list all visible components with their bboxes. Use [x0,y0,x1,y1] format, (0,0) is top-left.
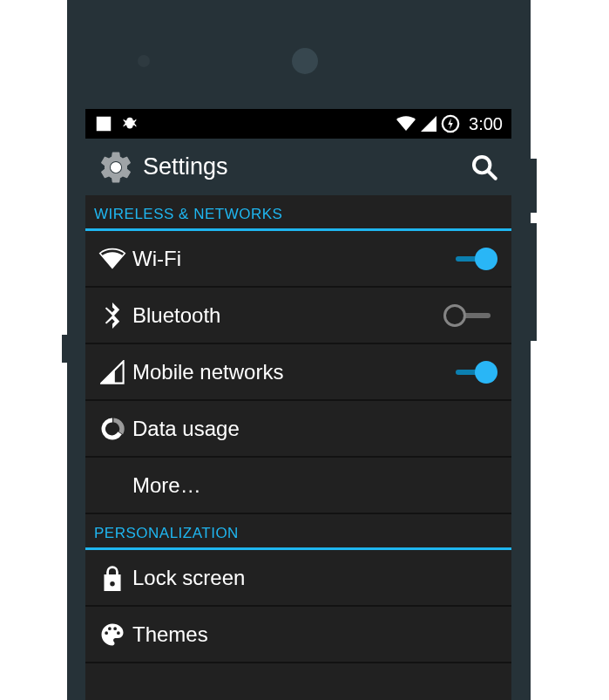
status-clock: 3:00 [469,114,503,134]
device-side-button-left [62,335,67,363]
list-item-mobile-networks[interactable]: Mobile networks [85,344,511,401]
list-item-label: More… [132,473,497,498]
list-personalization: Lock screen Themes [85,550,511,663]
list-item-lock-screen[interactable]: Lock screen [85,550,511,607]
list-item-wifi[interactable]: Wi-Fi [85,231,511,288]
palette-icon [99,622,125,648]
svg-line-2 [488,171,496,179]
list-item-label: Mobile networks [132,360,443,384]
section-header-label: PERSONALIZATION [94,525,239,542]
section-header-personalization: PERSONALIZATION [85,514,511,550]
list-item-label: Lock screen [132,566,497,590]
list-item-label: Data usage [132,417,497,441]
cell-icon [100,360,125,384]
wifi-signal-icon [396,115,416,133]
app-bar: Settings [85,139,511,195]
list-item-label: Bluetooth [132,303,443,328]
section-header-label: WIRELESS & NETWORKS [94,206,282,223]
list-item-label: Wi-Fi [132,247,443,271]
list-item-bluetooth[interactable]: Bluetooth [85,288,511,344]
wifi-icon [98,248,126,270]
bluetooth-icon [102,302,123,329]
mobile-networks-toggle[interactable] [443,361,497,384]
bug-icon [120,114,139,133]
bluetooth-toggle[interactable] [443,304,497,327]
image-icon [94,114,113,133]
list-item-themes[interactable]: Themes [85,607,511,663]
device-camera-dot [138,55,150,67]
list-wireless: Wi-Fi Bluetooth [85,231,511,514]
gear-icon [98,149,134,186]
list-item-more[interactable]: More… [85,458,511,514]
cell-signal-icon [420,115,437,133]
status-bar: 3:00 [85,109,511,139]
list-item-label: Themes [132,622,497,647]
section-header-wireless: WIRELESS & NETWORKS [85,195,511,231]
device-speaker [292,48,318,74]
device-side-button-right-1 [531,159,537,213]
page-title: Settings [143,153,470,180]
power-circle-icon [441,114,460,133]
search-icon[interactable] [470,153,499,182]
device-side-button-right-2 [531,223,537,341]
lock-icon [101,565,124,591]
screen: 3:00 Settings WIRELESS & NETWORKS [85,109,511,700]
list-item-data-usage[interactable]: Data usage [85,401,511,458]
data-usage-icon [99,416,125,442]
wifi-toggle[interactable] [443,248,497,270]
